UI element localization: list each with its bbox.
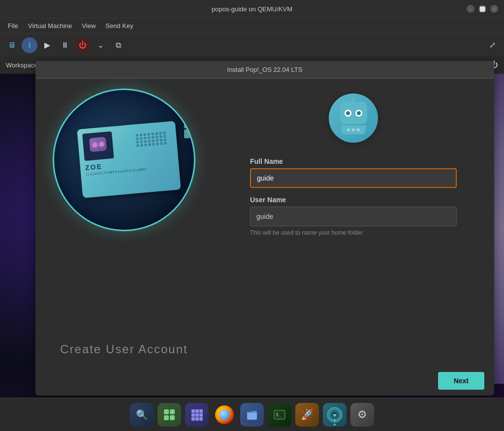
robot-eye-right [355,110,362,117]
svg-text:$_: $_ [276,412,282,418]
robot-pupil-right [357,111,361,115]
character-circle: ZOE ΞLSΞU33ΞTCBEPF3L5bTbLZLUNH5 [53,89,195,231]
toolbar-power-btn[interactable]: ⏻ [75,37,91,53]
svg-rect-1 [170,409,175,414]
username-hint: This will be used to name your home fold… [250,229,457,236]
full-name-input[interactable] [250,168,457,188]
robot-vent-1 [347,128,350,131]
toolbar-info-btn[interactable]: ℹ [22,37,37,53]
robot-vent-3 [357,128,360,131]
svg-rect-7 [191,413,195,417]
taskbar-grid-icon[interactable] [185,403,209,427]
installer-header: Install Pop!_OS 22.04 LTS [35,61,494,79]
robot-body [340,102,367,134]
robot-vent-2 [352,128,355,131]
restore-button[interactable]: ⬜ [478,5,486,13]
taskbar-terminal-icon[interactable]: $_ [268,403,291,427]
menu-send-key[interactable]: Send Key [101,20,137,31]
title-bar: popos-guide on QEMU/KVM – ⬜ ✕ [0,0,504,18]
id-card: ZOE ΞLSΞU33ΞTCBEPF3L5bTbLZLUNH5 [77,121,181,198]
terminal-icon-svg: $_ [273,408,286,422]
menu-bar: File Virtual Machine View Send Key [0,18,504,33]
svg-rect-8 [195,413,199,417]
window-title: popos-guide on QEMU/KVM [6,5,498,13]
toolbar: 🖥 ℹ ▶ ⏸ ⏻ ⌄ ⧉ ⤢ [0,33,504,56]
minimize-button[interactable]: – [467,5,474,13]
svg-rect-10 [191,417,195,421]
taskbar: 🔍 [0,398,504,431]
installer-title: Install Pop!_OS 22.04 LTS [227,66,303,73]
installer-left: ZOE ΞLSΞU33ΞTCBEPF3L5bTbLZLUNH5 [45,89,203,356]
main-content: Workspaces Applications May 26 3:19 PM 🖥… [0,56,504,431]
search-icon-symbol: 🔍 [136,409,148,421]
rocket-icon-symbol: 🚀 [301,408,314,421]
id-card-dots [136,131,167,147]
svg-rect-11 [195,417,199,421]
robot-body-lower [341,125,366,134]
page-label: Create User Account [60,342,188,356]
grid-icon-svg [190,408,204,422]
installer-form: Full Name User Name guide This will be u… [222,89,484,356]
robot-head [340,102,367,124]
installer-window: Install Pop!_OS 22.04 LTS [35,61,494,396]
taskbar-search-icon[interactable]: 🔍 [130,403,154,427]
character-illustration: ZOE ΞLSΞU33ΞTCBEPF3L5bTbLZLUNH5 [53,89,195,231]
toolbar-dropdown-btn[interactable]: ⌄ [93,37,108,53]
svg-rect-13 [247,412,257,420]
main-window: popos-guide on QEMU/KVM – ⬜ ✕ File Virtu… [0,0,504,431]
toolbar-expand-btn[interactable]: ⤢ [484,37,500,53]
toolbar-play-btn[interactable]: ▶ [39,37,55,53]
svg-rect-9 [199,413,203,417]
firefox-icon-graphic [215,405,234,424]
robot-eye-left-small [92,142,97,147]
close-button[interactable]: ✕ [490,5,498,13]
svg-rect-5 [195,409,199,413]
robot-avatar [329,93,378,143]
taskbar-installer-icon[interactable] [323,403,346,427]
svg-rect-6 [199,409,203,413]
menu-file[interactable]: File [4,20,22,31]
username-value: guide [256,213,273,220]
toolbar-snapshot-btn[interactable]: ⧉ [110,37,126,53]
toolbar-pause-btn[interactable]: ⏸ [57,37,73,53]
next-button[interactable]: Next [438,372,484,390]
layout-icon-svg [162,408,176,422]
taskbar-settings-icon[interactable]: ⚙ [350,403,374,427]
svg-rect-0 [164,409,169,414]
menu-view[interactable]: View [78,20,99,31]
svg-rect-12 [199,417,203,421]
robot-head-small [89,137,107,152]
username-group: User Name guide This will be used to nam… [250,196,457,236]
robot-antenna [352,97,355,102]
taskbar-layout-icon[interactable] [158,403,181,427]
robot-eye-left [345,110,351,117]
window-controls: – ⬜ ✕ [467,5,498,13]
svg-rect-2 [164,415,169,420]
full-name-group: Full Name [250,157,457,188]
taskbar-files-icon[interactable] [240,403,264,427]
taskbar-firefox-icon[interactable] [213,403,236,427]
full-name-label: Full Name [250,157,457,165]
active-indicator [334,424,336,426]
username-label: User Name [250,196,457,204]
id-card-photo [82,131,114,161]
files-icon-svg [245,408,259,422]
taskbar-stacer-icon[interactable]: 🚀 [295,403,319,427]
svg-rect-4 [191,409,195,413]
username-field: guide [250,207,457,226]
robot-face-small [88,137,109,155]
installer-footer: Next [35,366,494,396]
installer-body: ZOE ΞLSΞU33ΞTCBEPF3L5bTbLZLUNH5 [35,79,494,366]
svg-point-19 [334,419,336,421]
firefox-globe [219,409,230,420]
toolbar-display-btn[interactable]: 🖥 [4,37,20,53]
svg-rect-3 [170,415,175,420]
card-tabs [184,100,190,138]
installer-icon-svg [326,406,343,423]
menu-virtual-machine[interactable]: Virtual Machine [24,20,76,31]
robot-pupil-left [346,111,350,115]
settings-icon-symbol: ⚙ [357,408,367,421]
robot-eye-right-small [99,142,104,147]
